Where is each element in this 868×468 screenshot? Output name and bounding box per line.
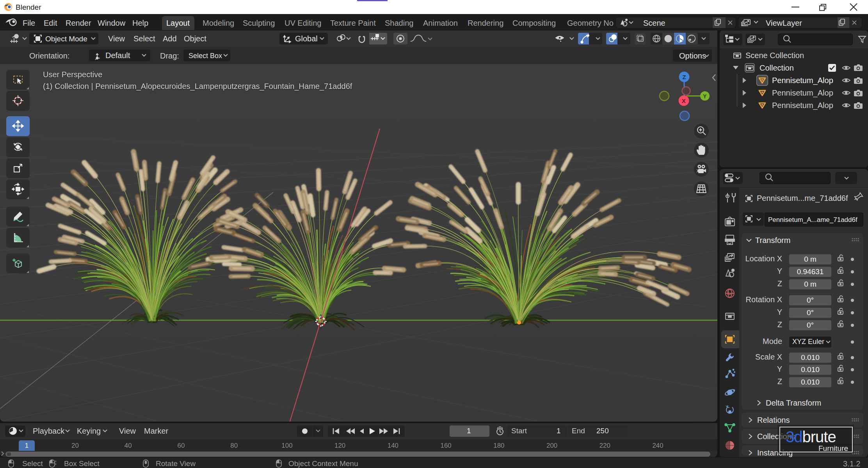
- svg-text:Z: Z: [682, 74, 686, 80]
- svg-text:Y: Y: [703, 93, 707, 99]
- svg-text:X: X: [682, 98, 686, 104]
